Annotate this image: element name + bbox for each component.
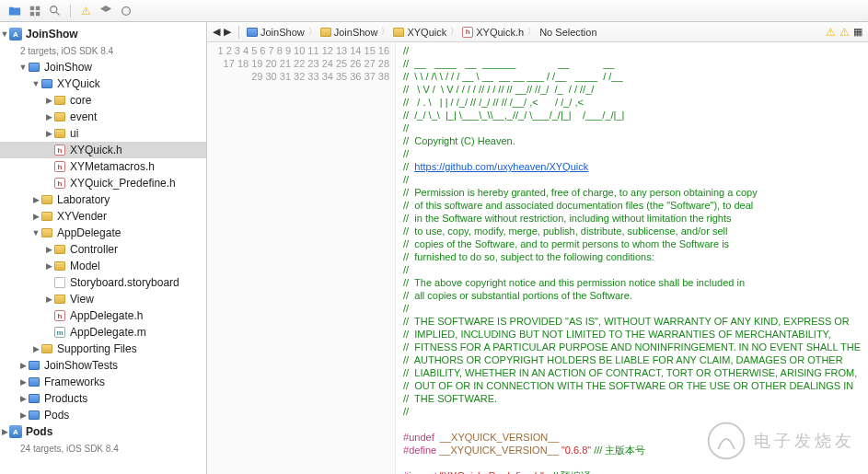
nav-label: AppDelegate.m bbox=[70, 326, 146, 339]
jump-seg-0[interactable]: JoinShow bbox=[247, 27, 305, 38]
disclosure-triangle-icon[interactable]: ▶ bbox=[44, 261, 53, 271]
jump-bar: ◀ ▶ JoinShow 〉 JoinShow 〉 XYQuick 〉 hXYQ… bbox=[207, 22, 868, 42]
nav-label: Laboratory bbox=[57, 193, 110, 206]
nav-label: core bbox=[70, 94, 91, 107]
disclosure-triangle-icon[interactable]: ▼ bbox=[31, 79, 41, 88]
nav-issue-icon[interactable]: ⚠ bbox=[76, 3, 95, 19]
disclosure-triangle-icon[interactable]: ▶ bbox=[31, 344, 41, 353]
nav-label: XYMetamacros.h bbox=[70, 160, 155, 173]
nav-label: AppDelegate bbox=[57, 226, 121, 239]
nav-label: Model bbox=[70, 260, 100, 272]
svg-point-6 bbox=[122, 6, 131, 15]
nav-row-view[interactable]: ▶View bbox=[0, 291, 206, 307]
nav-debug-icon[interactable] bbox=[117, 3, 135, 19]
nav-label: Supporting Files bbox=[57, 342, 137, 355]
disclosure-triangle-icon[interactable]: ▶ bbox=[44, 129, 53, 138]
nav-label: Products bbox=[44, 392, 87, 405]
line-gutter: 1 2 3 4 5 6 7 8 9 10 11 12 13 14 15 16 1… bbox=[207, 42, 396, 474]
nav-row-xyquick-h[interactable]: hXYQuick.h bbox=[0, 142, 206, 158]
disclosure-triangle-icon[interactable]: ▶ bbox=[31, 195, 41, 204]
svg-rect-1 bbox=[36, 6, 40, 9]
disclosure-triangle-icon[interactable]: ▶ bbox=[44, 96, 53, 105]
nav-row-controller[interactable]: ▶Controller bbox=[0, 241, 206, 258]
project-meta: 24 targets, iOS SDK 8.4 bbox=[0, 440, 206, 457]
nav-row-joinshowtests[interactable]: ▶JoinShowTests bbox=[0, 357, 206, 374]
svg-rect-3 bbox=[36, 11, 40, 15]
jump-seg-3[interactable]: hXYQuick.h bbox=[462, 27, 524, 38]
editor-options-button[interactable]: ▦ bbox=[853, 26, 862, 38]
nav-row-supporting-files[interactable]: ▶Supporting Files bbox=[0, 341, 206, 357]
nav-row-storyboard-storyboard[interactable]: Storyboard.storyboard bbox=[0, 274, 206, 291]
nav-row-laboratory[interactable]: ▶Laboratory bbox=[0, 191, 206, 208]
nav-row-joinshow[interactable]: ▼JoinShow bbox=[0, 59, 206, 75]
warning-badge[interactable]: ⚠ bbox=[826, 26, 836, 39]
chevron-right-icon: 〉 bbox=[527, 26, 536, 38]
nav-row-ui[interactable]: ▶ui bbox=[0, 125, 206, 142]
nav-label: XYQuick.h bbox=[70, 144, 122, 156]
svg-rect-0 bbox=[30, 6, 34, 9]
navigator-toolbar: ⚠ bbox=[0, 0, 868, 22]
warning-badge[interactable]: ⚠ bbox=[839, 26, 850, 39]
nav-label: XYQuick_Predefine.h bbox=[70, 177, 176, 190]
nav-label: JoinShowTests bbox=[44, 359, 118, 372]
nav-label: View bbox=[70, 293, 94, 306]
nav-row-products[interactable]: ▶Products bbox=[0, 390, 206, 407]
nav-folder-icon[interactable] bbox=[6, 3, 24, 19]
disclosure-triangle-icon[interactable]: ▶ bbox=[44, 245, 53, 254]
nav-row-xyquick[interactable]: ▼XYQuick bbox=[0, 75, 206, 92]
nav-row-xyvender[interactable]: ▶XYVender bbox=[0, 208, 206, 225]
nav-label: Frameworks bbox=[44, 376, 105, 388]
nav-row-appdelegate-m[interactable]: mAppDelegate.m bbox=[0, 324, 206, 341]
nav-row-xyquick_predefine-h[interactable]: hXYQuick_Predefine.h bbox=[0, 175, 206, 191]
chevron-right-icon: 〉 bbox=[450, 26, 458, 38]
project-item[interactable]: ▼JoinShow bbox=[0, 26, 206, 42]
jump-forward-button[interactable]: ▶ bbox=[224, 26, 231, 38]
nav-row-core[interactable]: ▶core bbox=[0, 92, 206, 109]
nav-test-icon[interactable] bbox=[97, 3, 115, 19]
chevron-right-icon: 〉 bbox=[381, 26, 389, 38]
nav-label: JoinShow bbox=[44, 61, 92, 74]
svg-point-4 bbox=[51, 6, 57, 12]
disclosure-triangle-icon[interactable]: ▼ bbox=[31, 228, 41, 237]
nav-row-appdelegate[interactable]: ▼AppDelegate bbox=[0, 225, 206, 241]
disclosure-triangle-icon[interactable]: ▶ bbox=[18, 410, 28, 420]
nav-row-pods[interactable]: ▶Pods bbox=[0, 407, 206, 423]
nav-row-model[interactable]: ▶Model bbox=[0, 258, 206, 274]
project-item[interactable]: ▶Pods bbox=[0, 423, 206, 440]
disclosure-triangle-icon[interactable]: ▶ bbox=[44, 112, 53, 121]
project-navigator[interactable]: ▼JoinShow2 targets, iOS SDK 8.4▼JoinShow… bbox=[0, 22, 207, 474]
nav-row-xymetamacros-h[interactable]: hXYMetamacros.h bbox=[0, 158, 206, 175]
nav-label: Pods bbox=[44, 409, 69, 422]
project-meta: 2 targets, iOS SDK 8.4 bbox=[0, 42, 206, 59]
jump-seg-4[interactable]: No Selection bbox=[539, 27, 596, 38]
code-view[interactable]: 1 2 3 4 5 6 7 8 9 10 11 12 13 14 15 16 1… bbox=[207, 42, 868, 474]
source-editor: ◀ ▶ JoinShow 〉 JoinShow 〉 XYQuick 〉 hXYQ… bbox=[207, 22, 868, 474]
nav-row-frameworks[interactable]: ▶Frameworks bbox=[0, 374, 206, 390]
disclosure-triangle-icon[interactable]: ▶ bbox=[18, 377, 28, 387]
jump-seg-2[interactable]: XYQuick bbox=[393, 27, 446, 38]
jump-back-button[interactable]: ◀ bbox=[213, 26, 220, 38]
jumpbar-separator bbox=[238, 26, 239, 39]
disclosure-triangle-icon[interactable]: ▼ bbox=[18, 63, 28, 72]
code-text[interactable]: // // __ ____ __ ______ __ __ // \ \ / /… bbox=[396, 42, 868, 474]
nav-row-appdelegate-h[interactable]: hAppDelegate.h bbox=[0, 307, 206, 324]
nav-symbol-icon[interactable] bbox=[26, 3, 44, 19]
disclosure-triangle-icon[interactable]: ▶ bbox=[31, 212, 41, 221]
svg-rect-2 bbox=[30, 11, 34, 15]
chevron-right-icon: 〉 bbox=[308, 26, 317, 38]
nav-label: Controller bbox=[70, 243, 118, 256]
nav-label: AppDelegate.h bbox=[70, 309, 143, 322]
nav-label: XYQuick bbox=[57, 77, 100, 90]
nav-label: XYVender bbox=[57, 210, 107, 223]
toolbar-separator bbox=[70, 5, 71, 17]
nav-row-event[interactable]: ▶event bbox=[0, 109, 206, 125]
nav-label: Storyboard.storyboard bbox=[70, 276, 179, 289]
main-area: ▼JoinShow2 targets, iOS SDK 8.4▼JoinShow… bbox=[0, 22, 868, 474]
svg-line-5 bbox=[56, 11, 60, 15]
nav-label: ui bbox=[70, 127, 78, 140]
disclosure-triangle-icon[interactable]: ▶ bbox=[18, 361, 28, 370]
disclosure-triangle-icon[interactable]: ▶ bbox=[18, 394, 28, 403]
disclosure-triangle-icon[interactable]: ▶ bbox=[44, 295, 53, 304]
jump-seg-1[interactable]: JoinShow bbox=[320, 27, 378, 38]
nav-search-icon[interactable] bbox=[46, 3, 64, 19]
